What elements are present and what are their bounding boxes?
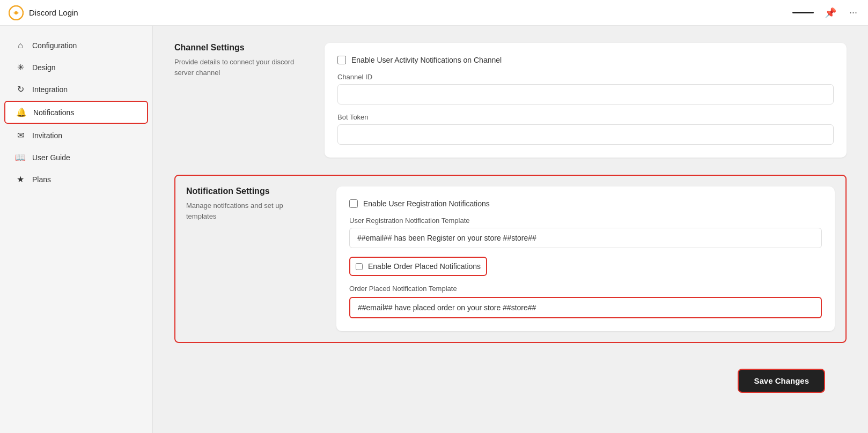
- notification-settings-inner: Notification Settings Manage notifcation…: [186, 186, 835, 331]
- channel-settings-card: Enable User Activity Notifications on Ch…: [325, 43, 847, 158]
- channel-settings-info: Channel Settings Provide details to conn…: [174, 43, 303, 158]
- enable-registration-row: Enable User Registration Notifications: [349, 199, 822, 208]
- sidebar-item-integration[interactable]: ↻ Integration: [4, 79, 148, 100]
- sidebar-item-label: Integration: [32, 85, 68, 94]
- enable-order-checkbox[interactable]: [356, 263, 363, 270]
- invitation-icon: ✉: [15, 130, 26, 140]
- enable-order-label: Enable Order Placed Notifications: [368, 262, 481, 271]
- notification-settings-info: Notification Settings Manage notifcation…: [186, 186, 315, 331]
- notification-settings-card: Enable User Registration Notifications U…: [336, 186, 835, 331]
- enable-activity-checkbox[interactable]: [337, 56, 346, 64]
- topbar-left: Discord Login: [9, 5, 78, 20]
- bot-token-label: Bot Token: [337, 113, 834, 121]
- content-area: Channel Settings Provide details to conn…: [153, 26, 868, 433]
- order-template-label: Order Placed Notification Template: [349, 285, 822, 293]
- pin-icon: 📌: [825, 8, 836, 18]
- integration-icon: ↻: [15, 84, 26, 94]
- sidebar-item-label: Design: [32, 63, 56, 72]
- design-icon: ✳: [15, 62, 26, 72]
- star-icon: ★: [15, 174, 26, 184]
- home-icon: ⌂: [15, 41, 26, 50]
- enable-activity-row: Enable User Activity Notifications on Ch…: [337, 56, 834, 64]
- discord-logo-icon: [9, 5, 24, 20]
- channel-settings-desc: Provide details to connect your discord …: [174, 57, 303, 78]
- enable-order-row: Enable Order Placed Notifications: [349, 257, 487, 276]
- sidebar-item-configuration[interactable]: ⌂ Configuration: [4, 35, 148, 56]
- sidebar-item-label: Plans: [32, 175, 51, 184]
- registration-template-label: User Registration Notification Template: [349, 216, 822, 225]
- svg-point-1: [14, 11, 18, 14]
- bell-icon: 🔔: [16, 107, 27, 117]
- channel-settings-title: Channel Settings: [174, 43, 303, 53]
- footer-bar: Save Changes: [174, 360, 847, 401]
- sidebar-item-invitation[interactable]: ✉ Invitation: [4, 125, 148, 146]
- topbar-divider: [792, 12, 814, 13]
- main-layout: ⌂ Configuration ✳ Design ↻ Integration 🔔…: [0, 26, 868, 433]
- channel-settings-section: Channel Settings Provide details to conn…: [174, 43, 847, 158]
- topbar-right: 📌 ···: [792, 5, 859, 21]
- sidebar-item-plans[interactable]: ★ Plans: [4, 169, 148, 190]
- enable-registration-checkbox[interactable]: [349, 199, 358, 208]
- notification-settings-section: Notification Settings Manage notifcation…: [174, 175, 847, 343]
- channel-id-label: Channel ID: [337, 73, 834, 81]
- notification-settings-desc: Manage notifcations and set up templates: [186, 200, 315, 221]
- sidebar-item-notifications[interactable]: 🔔 Notifications: [4, 101, 148, 124]
- save-button[interactable]: Save Changes: [738, 369, 825, 393]
- sidebar-item-label: Notifications: [33, 108, 74, 117]
- sidebar-item-design[interactable]: ✳ Design: [4, 57, 148, 78]
- sidebar-item-label: Invitation: [32, 131, 62, 140]
- order-template-input[interactable]: [349, 297, 822, 318]
- channel-id-input[interactable]: [337, 84, 834, 104]
- enable-registration-label: Enable User Registration Notifications: [363, 199, 490, 208]
- pin-button[interactable]: 📌: [822, 5, 838, 21]
- topbar: Discord Login 📌 ···: [0, 0, 868, 26]
- notification-settings-title: Notification Settings: [186, 186, 315, 196]
- app-title: Discord Login: [29, 8, 78, 17]
- registration-template-input[interactable]: [349, 228, 822, 248]
- sidebar-item-label: User Guide: [32, 153, 70, 162]
- more-icon: ···: [849, 7, 857, 18]
- sidebar-item-label: Configuration: [32, 41, 77, 50]
- book-icon: 📖: [15, 152, 26, 162]
- enable-activity-label: Enable User Activity Notifications on Ch…: [351, 56, 502, 64]
- sidebar-item-user-guide[interactable]: 📖 User Guide: [4, 147, 148, 168]
- more-button[interactable]: ···: [847, 5, 859, 20]
- sidebar: ⌂ Configuration ✳ Design ↻ Integration 🔔…: [0, 26, 153, 433]
- bot-token-input[interactable]: [337, 124, 834, 145]
